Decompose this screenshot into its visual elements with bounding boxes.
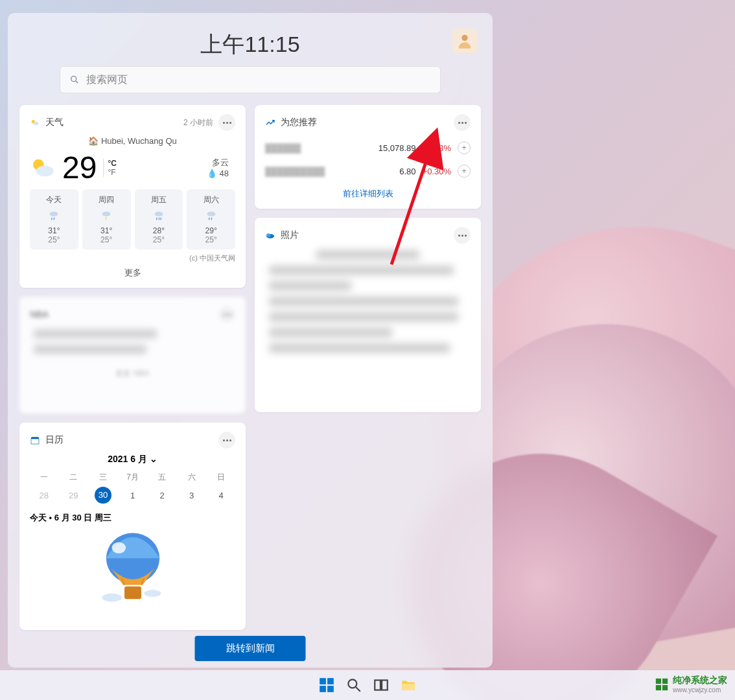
svg-point-0: [461, 35, 467, 41]
weather-card[interactable]: 天气 2 小时前 🏠 Hubei, Wuchang Qu 29 °C °F 多云: [19, 105, 246, 288]
forecast-row: 今天 31°25° 周四 31°25° 周五 28°25°: [30, 189, 235, 250]
add-stock-button[interactable]: +: [458, 141, 471, 154]
forecast-day[interactable]: 今天 31°25°: [30, 189, 78, 250]
svg-line-15: [161, 218, 161, 220]
weather-title: 天气: [45, 117, 64, 128]
weather-more-button[interactable]: [218, 114, 235, 131]
svg-line-8: [52, 218, 52, 220]
svg-rect-35: [327, 686, 334, 692]
svg-rect-41: [656, 678, 661, 683]
svg-point-16: [207, 212, 215, 216]
widgets-panel: 上午11:15 搜索网页 天气 2 小时前 🏠 Hubei, Wuchang Q…: [8, 13, 493, 668]
svg-point-6: [36, 165, 54, 176]
calendar-month-picker[interactable]: 2021 6 月 ⌄: [30, 454, 235, 465]
chevron-down-icon: ⌄: [150, 454, 158, 464]
svg-rect-32: [320, 678, 326, 684]
svg-point-12: [154, 212, 163, 216]
svg-rect-34: [320, 686, 326, 692]
search-input[interactable]: 搜索网页: [60, 66, 441, 93]
photos-card[interactable]: 照片: [255, 218, 481, 412]
weather-more-link[interactable]: 更多: [30, 267, 235, 279]
temp-unit-toggle[interactable]: °C °F: [103, 159, 116, 177]
task-view-button[interactable]: [373, 677, 390, 694]
weather-updated: 2 小时前: [183, 117, 213, 128]
add-stock-button[interactable]: +: [458, 165, 471, 178]
weather-condition: 多云: [207, 157, 229, 169]
calendar-card[interactable]: 日历 2021 6 月 ⌄ 一二三7月五六日 28 29 30 1 2 3 4 …: [19, 423, 246, 630]
current-temp: 29: [62, 150, 97, 185]
svg-marker-11: [105, 216, 107, 221]
taskbar-search-button[interactable]: [345, 677, 362, 694]
stocks-card[interactable]: 为您推荐 ██████ 15,078.89 +0.53% + █████████…: [255, 105, 481, 209]
jump-to-news-button[interactable]: 跳转到新闻: [195, 636, 306, 661]
svg-line-2: [76, 81, 78, 83]
calendar-day[interactable]: 3: [178, 487, 206, 504]
svg-rect-24: [124, 587, 141, 600]
svg-rect-43: [656, 684, 661, 690]
weather-humidity: 💧 48: [207, 169, 229, 178]
search-placeholder: 搜索网页: [86, 73, 128, 87]
photos-title: 照片: [281, 229, 299, 241]
svg-line-14: [159, 218, 159, 220]
forecast-day[interactable]: 周六 29°25°: [187, 189, 235, 250]
user-avatar[interactable]: [452, 29, 477, 53]
calendar-day[interactable]: 4: [207, 487, 235, 504]
forecast-day[interactable]: 周四 31°25°: [82, 189, 131, 250]
onedrive-icon: [265, 230, 275, 240]
taskbar: 纯净系统之家 www.ycwjzy.com: [0, 670, 735, 700]
weather-icon: [30, 117, 40, 128]
calendar-day[interactable]: 2: [148, 487, 176, 504]
calendar-day-today[interactable]: 30: [95, 487, 111, 504]
stocks-detail-link[interactable]: 前往详细列表: [265, 188, 471, 200]
svg-line-37: [356, 687, 360, 692]
svg-rect-42: [662, 678, 668, 683]
svg-rect-33: [327, 678, 334, 684]
svg-point-1: [71, 76, 76, 82]
svg-point-7: [50, 212, 58, 216]
rain-icon: [204, 208, 218, 222]
svg-point-30: [266, 233, 271, 237]
svg-rect-20: [31, 439, 39, 444]
calendar-day[interactable]: 28: [30, 487, 58, 504]
svg-line-13: [156, 218, 157, 220]
calendar-icon: [30, 435, 40, 445]
calendar-day[interactable]: 1: [119, 487, 147, 504]
forecast-day[interactable]: 周五 28°25°: [135, 189, 183, 250]
sports-more-button[interactable]: [218, 306, 235, 323]
calendar-today-label: 今天 • 6 月 30 日 周三: [30, 512, 235, 524]
windows-logo-icon: [655, 677, 669, 692]
svg-line-17: [209, 218, 209, 220]
file-explorer-button[interactable]: [400, 677, 417, 694]
stocks-more-button[interactable]: [454, 114, 471, 131]
start-button[interactable]: [318, 677, 335, 694]
svg-point-23: [111, 542, 126, 553]
svg-point-4: [33, 122, 38, 125]
clock-time: 上午11:15: [200, 32, 299, 56]
svg-point-10: [102, 212, 111, 216]
rain-icon: [47, 208, 61, 222]
weather-location: 🏠 Hubei, Wuchang Qu: [30, 136, 235, 146]
watermark: 纯净系统之家 www.ycwjzy.com: [655, 675, 727, 694]
stocks-title: 为您推荐: [281, 117, 317, 128]
svg-rect-44: [662, 684, 668, 690]
rain-icon: [152, 208, 166, 222]
calendar-day[interactable]: 29: [60, 487, 88, 504]
avatar-icon: [456, 32, 474, 50]
svg-rect-38: [375, 680, 380, 690]
svg-line-9: [54, 218, 54, 220]
svg-point-28: [144, 590, 161, 597]
sports-card[interactable]: NBA 更多 NBA: [19, 297, 246, 414]
calendar-more-button[interactable]: [218, 432, 235, 449]
stock-row[interactable]: ██████████ 6.80 +0.30% +: [265, 159, 471, 183]
partly-cloudy-icon: [30, 155, 56, 181]
search-icon: [69, 75, 80, 85]
sports-title: NBA: [30, 309, 49, 320]
svg-rect-39: [382, 680, 388, 690]
svg-line-18: [211, 218, 212, 220]
stock-row[interactable]: ██████ 15,078.89 +0.53% +: [265, 136, 471, 159]
photos-more-button[interactable]: [454, 227, 471, 244]
svg-rect-40: [402, 684, 415, 690]
trending-icon: [265, 117, 275, 128]
weather-attribution: (c) 中国天气网: [30, 253, 235, 263]
svg-point-27: [102, 594, 121, 602]
